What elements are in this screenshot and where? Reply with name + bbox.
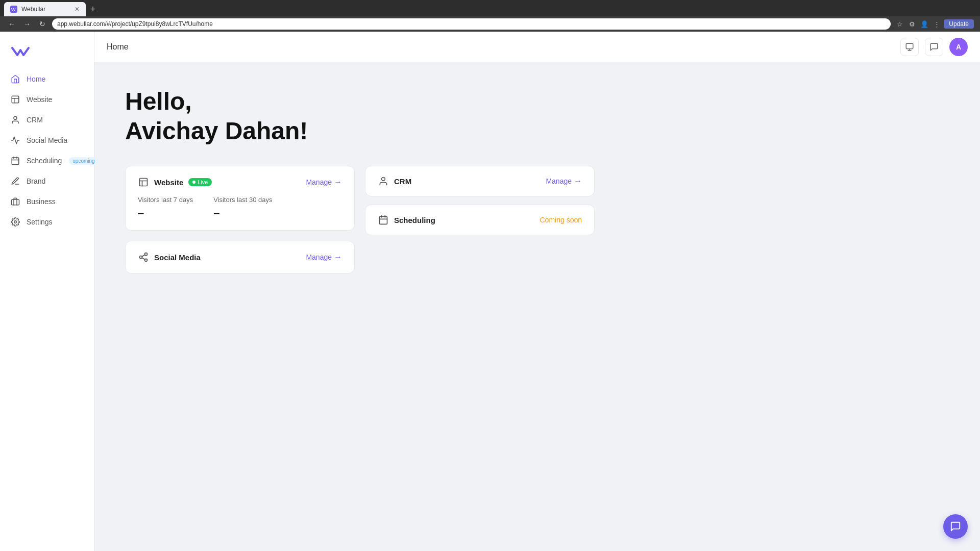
browser-toolbar: ← → ↻ app.webullar.com/#/project/upZ9tpu… (0, 16, 980, 32)
tab-favicon: W (10, 6, 17, 13)
browser-chrome: W Webullar ✕ + ← → ↻ app.webullar.com/#/… (0, 0, 980, 32)
svg-text:W: W (11, 7, 16, 12)
social-media-arrow-icon: → (334, 253, 342, 262)
crm-icon (10, 115, 20, 125)
website-stats: Visitors last 7 days – Visitors last 30 … (138, 196, 342, 220)
extensions-icon[interactable]: ⚙ (907, 19, 917, 29)
page-title: Home (107, 42, 129, 52)
sidebar-item-brand[interactable]: Brand (4, 171, 90, 191)
profile-icon[interactable]: 👤 (919, 19, 929, 29)
scheduling-title-group: Scheduling (378, 214, 435, 226)
website-manage-link[interactable]: Manage → (306, 178, 342, 187)
crm-title-group: CRM (378, 176, 411, 187)
svg-point-4 (14, 116, 17, 119)
svg-rect-1 (12, 96, 19, 103)
scheduling-icon (10, 156, 20, 166)
crm-manage-label: Manage (546, 177, 572, 185)
back-button[interactable]: ← (6, 18, 17, 30)
topbar-actions: A (900, 38, 968, 56)
browser-tabs: W Webullar ✕ + (0, 0, 980, 16)
app-layout: Home Website CRM Social Media (0, 32, 980, 551)
chat-bubble[interactable] (943, 514, 968, 539)
svg-rect-11 (906, 43, 913, 49)
svg-rect-5 (12, 158, 19, 165)
visitors-30-value: – (213, 207, 272, 220)
visitors-30-label: Visitors last 30 days (213, 196, 272, 204)
svg-rect-23 (380, 217, 387, 224)
sidebar: Home Website CRM Social Media (0, 32, 94, 551)
svg-point-10 (14, 221, 17, 223)
social-media-icon (10, 135, 20, 145)
sidebar-item-website[interactable]: Website (4, 90, 90, 109)
greeting-line2: Avichay Dahan! (125, 116, 949, 146)
reload-button[interactable]: ↻ (37, 18, 48, 30)
visitors-7-value: – (138, 207, 193, 220)
crm-card: CRM Manage → (365, 166, 595, 196)
svg-rect-14 (140, 179, 148, 186)
sidebar-nav: Home Website CRM Social Media (0, 69, 94, 232)
sidebar-logo (0, 40, 94, 69)
forward-button[interactable]: → (21, 18, 33, 30)
right-column: CRM Manage → Scheduling (365, 166, 595, 273)
address-bar[interactable]: app.webullar.com/#/project/upZ9tpui8y8wL… (52, 18, 891, 30)
svg-point-22 (382, 178, 385, 181)
coming-soon-label: Coming soon (540, 216, 582, 224)
topbar: Home A (94, 32, 980, 62)
social-media-manage-label: Manage (306, 253, 332, 261)
update-button[interactable]: Update (944, 19, 974, 29)
tab-title: Webullar (21, 6, 70, 13)
browser-tab-active[interactable]: W Webullar ✕ (4, 2, 86, 16)
visitors-7-stat: Visitors last 7 days – (138, 196, 193, 220)
sidebar-item-business-label: Business (27, 197, 56, 206)
live-dot (192, 181, 195, 184)
sidebar-item-social-media[interactable]: Social Media (4, 131, 90, 150)
website-card: Website Live Manage → (125, 166, 355, 231)
crm-manage-link[interactable]: Manage → (546, 177, 582, 186)
sidebar-item-scheduling[interactable]: Scheduling upcoming (4, 151, 90, 170)
social-media-manage-link[interactable]: Manage → (306, 253, 342, 262)
address-text: app.webullar.com/#/project/upZ9tpui8y8wL… (57, 20, 213, 28)
scheduling-card: Scheduling Coming soon (365, 205, 595, 235)
brand-icon (10, 176, 20, 186)
svg-rect-9 (12, 199, 19, 205)
website-icon (10, 94, 20, 105)
sidebar-item-scheduling-label: Scheduling (27, 157, 62, 165)
website-manage-label: Manage (306, 178, 332, 186)
scheduling-card-icon (378, 214, 389, 226)
visitors-30-stat: Visitors last 30 days – (213, 196, 272, 220)
svg-line-20 (142, 258, 145, 259)
home-icon (10, 74, 20, 84)
browser-actions: ☆ ⚙ 👤 ⋮ Update (895, 19, 974, 29)
website-card-title-group: Website Live (138, 177, 212, 188)
crm-arrow-icon: → (574, 177, 582, 186)
live-badge: Live (188, 178, 212, 186)
translation-button[interactable] (900, 38, 919, 56)
sidebar-item-social-media-label: Social Media (27, 136, 67, 144)
bookmark-icon[interactable]: ☆ (895, 19, 905, 29)
manage-arrow-icon: → (334, 178, 342, 187)
website-card-title: Website (154, 178, 183, 187)
social-media-card-title: Social Media (154, 253, 201, 262)
live-label: Live (198, 179, 208, 185)
social-media-card-header: Social Media Manage → (138, 252, 342, 263)
scheduling-card-title: Scheduling (394, 216, 435, 224)
website-card-icon (138, 177, 149, 188)
menu-icon[interactable]: ⋮ (932, 19, 942, 29)
crm-card-title: CRM (394, 177, 411, 186)
greeting-line1: Hello, (125, 87, 949, 116)
sidebar-item-crm[interactable]: CRM (4, 110, 90, 130)
sidebar-item-home[interactable]: Home (4, 69, 90, 89)
visitors-7-label: Visitors last 7 days (138, 196, 193, 204)
sidebar-item-settings[interactable]: Settings (4, 212, 90, 232)
crm-card-icon (378, 176, 389, 187)
website-card-header: Website Live Manage → (138, 177, 342, 188)
sidebar-item-settings-label: Settings (27, 218, 53, 226)
svg-line-21 (142, 255, 145, 257)
new-tab-button[interactable]: + (86, 2, 100, 16)
avatar[interactable]: A (949, 38, 968, 56)
tab-close-icon[interactable]: ✕ (75, 6, 80, 13)
sidebar-item-home-label: Home (27, 75, 45, 83)
sidebar-item-website-label: Website (27, 95, 52, 104)
chat-button[interactable] (925, 38, 943, 56)
sidebar-item-business[interactable]: Business (4, 192, 90, 211)
